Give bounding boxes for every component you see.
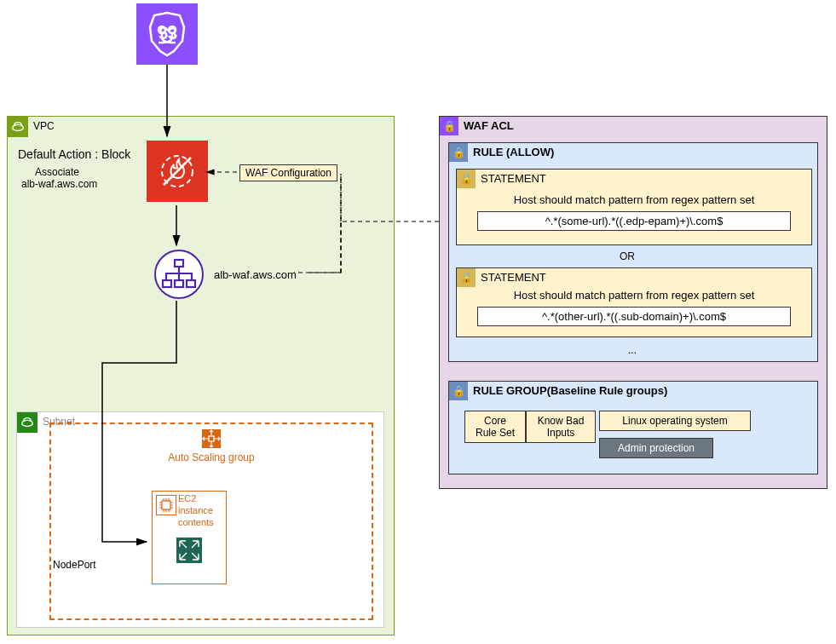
default-action-label: Default Action : Block bbox=[18, 147, 130, 161]
subnet-container: Subnet Auto Scaling group EC2 instance c… bbox=[16, 411, 384, 628]
statement-title: STATEMENT bbox=[481, 271, 546, 284]
statement-desc: Host should match pattern from regex pat… bbox=[457, 285, 811, 305]
asg-title: Auto Scaling group bbox=[51, 451, 372, 463]
statement-container: 🔒 STATEMENT Host should match pattern fr… bbox=[456, 169, 812, 245]
vpc-container: VPC Default Action : Block Associate alb… bbox=[7, 116, 395, 635]
rule-allow-container: 🔒 RULE (ALLOW) 🔒 STATEMENT Host should m… bbox=[448, 142, 818, 362]
ellipsis: ... bbox=[628, 344, 637, 356]
statement-desc: Host should match pattern from regex pat… bbox=[457, 190, 811, 210]
ec2-badge-icon bbox=[156, 495, 176, 515]
regex-value: ^.*(some-url).*((.edp-epam)+)\.com$ bbox=[477, 211, 791, 231]
rule-group-item: Core Rule Set bbox=[464, 411, 526, 443]
rule-group-container: 🔒 RULE GROUP(Baseline Rule groups) Core … bbox=[448, 381, 818, 474]
route53-icon: 53 bbox=[136, 3, 198, 65]
ec2-container: EC2 instance contents bbox=[152, 491, 227, 584]
vpc-badge-icon bbox=[8, 117, 28, 137]
lock-icon: 🔒 bbox=[449, 143, 468, 162]
associate-label: Associate bbox=[35, 166, 79, 178]
asg-container: Auto Scaling group EC2 instance contents bbox=[49, 423, 373, 620]
rule-group-item: Linux operating system bbox=[599, 411, 751, 431]
rule-allow-title: RULE (ALLOW) bbox=[473, 146, 554, 158]
route53-label: 53 bbox=[159, 24, 177, 43]
waf-acl-title: WAF ACL bbox=[464, 119, 514, 132]
vpc-title: VPC bbox=[33, 120, 55, 132]
svg-rect-7 bbox=[175, 280, 183, 287]
svg-rect-6 bbox=[163, 280, 171, 287]
svg-rect-11 bbox=[162, 501, 170, 509]
associate-value: alb-waf.aws.com bbox=[21, 178, 97, 190]
svg-rect-8 bbox=[187, 280, 195, 287]
rule-group-title: RULE GROUP(Baseline Rule groups) bbox=[473, 384, 667, 397]
ec2-inner-icon bbox=[176, 538, 202, 563]
waf-acl-container: 🔒 WAF ACL 🔒 RULE (ALLOW) 🔒 STATEMENT Hos… bbox=[439, 116, 827, 489]
lock-icon: 🔒 bbox=[457, 170, 476, 188]
waf-config-tag: WAF Configuration bbox=[239, 164, 337, 181]
svg-rect-5 bbox=[175, 260, 183, 267]
alb-icon bbox=[154, 250, 204, 299]
lock-icon: 🔒 bbox=[449, 382, 468, 400]
asg-badge-icon bbox=[202, 429, 221, 448]
svg-rect-10 bbox=[209, 436, 214, 441]
statement-container: 🔒 STATEMENT Host should match pattern fr… bbox=[456, 267, 812, 337]
rule-group-item: Admin protection bbox=[599, 438, 713, 458]
rule-group-item: Know Bad Inputs bbox=[526, 411, 596, 443]
ec2-title: EC2 instance contents bbox=[178, 493, 214, 528]
lock-icon: 🔒 bbox=[440, 117, 458, 135]
statement-title: STATEMENT bbox=[481, 172, 546, 185]
lock-icon: 🔒 bbox=[457, 268, 476, 287]
regex-value: ^.*(other-url).*((.sub-domain)+)\.com$ bbox=[477, 307, 791, 326]
or-label: OR bbox=[620, 250, 635, 262]
waf-icon bbox=[147, 141, 208, 202]
subnet-badge-icon bbox=[17, 412, 37, 433]
alb-label: alb-waf.aws.com bbox=[214, 268, 297, 281]
nodeport-label: NodePort bbox=[53, 559, 96, 571]
